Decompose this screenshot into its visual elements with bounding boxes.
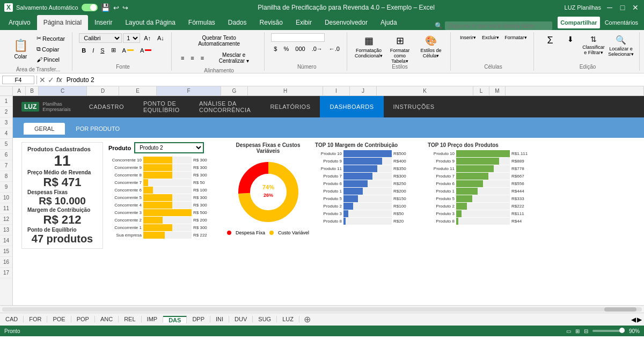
confirm-formula-icon[interactable]: ✓: [48, 76, 54, 84]
italic-btn[interactable]: I: [90, 46, 97, 55]
font-size-selector[interactable]: 11: [123, 33, 140, 43]
col-rest[interactable]: [506, 86, 644, 95]
share-button[interactable]: Compartilhar: [558, 17, 599, 28]
bold-btn[interactable]: B: [79, 46, 89, 55]
cancel-formula-icon[interactable]: ✕: [39, 76, 46, 84]
currency-btn[interactable]: $: [271, 44, 280, 54]
autosave-toggle[interactable]: [82, 4, 98, 11]
col-d[interactable]: D: [87, 86, 119, 95]
close-btn[interactable]: ✕: [631, 3, 640, 12]
scroll-left-icon[interactable]: ◀: [631, 316, 636, 323]
subtab-geral[interactable]: GERAL: [24, 123, 65, 135]
copy-btn[interactable]: ⧉ Copiar: [34, 44, 68, 54]
col-j[interactable]: J: [350, 86, 377, 95]
redo-icon[interactable]: ↪: [122, 4, 128, 12]
cell-styles-btn[interactable]: 🎨 Estilos deCélula▾: [416, 33, 446, 61]
wrap-text-btn[interactable]: Quebrar Texto Automaticamente: [178, 33, 260, 48]
col-k[interactable]: K: [377, 86, 473, 95]
tab-revisao[interactable]: Revisão: [253, 15, 289, 30]
sheet-tab-luz[interactable]: LUZ: [277, 316, 299, 322]
fill-btn[interactable]: ⬇: [561, 33, 580, 61]
page-break-icon[interactable]: ⊟: [584, 328, 588, 334]
sheet-tab-duv[interactable]: DUV: [229, 316, 253, 322]
underline-btn[interactable]: S: [98, 46, 107, 55]
search-input[interactable]: [445, 21, 552, 30]
insert-cells-btn[interactable]: Inserir▾: [457, 33, 479, 61]
sheet-tab-pop[interactable]: POP: [71, 316, 95, 322]
sheet-tab-rel[interactable]: REL: [119, 316, 141, 322]
nav-relatorios[interactable]: RELATÓRIOS: [260, 96, 320, 117]
sheet-tab-dpp[interactable]: DPP: [187, 316, 210, 322]
font-increase-btn[interactable]: A↑: [141, 33, 153, 43]
tab-arquivo[interactable]: Arquivo: [2, 15, 37, 30]
sheet-tab-for[interactable]: FOR: [24, 316, 47, 322]
number-format-input[interactable]: [271, 33, 325, 42]
formula-input[interactable]: Produto 2: [64, 76, 642, 84]
fill-color-btn[interactable]: A: [120, 46, 136, 55]
tab-exibir[interactable]: Exibir: [289, 15, 318, 30]
add-tab-btn[interactable]: ⊕: [299, 314, 315, 324]
paste-btn[interactable]: 📋 Colar: [9, 34, 33, 64]
sort-filter-btn[interactable]: ⇅ Classificare Filtrar▾: [581, 33, 606, 61]
col-a[interactable]: A: [13, 86, 26, 95]
tab-desenvolvedor[interactable]: Desenvolvedor: [318, 15, 374, 30]
font-selector[interactable]: Calibri: [79, 33, 122, 43]
col-e[interactable]: E: [119, 86, 157, 95]
merge-btn[interactable]: Mesclar e Centralizar ▾: [208, 50, 260, 65]
minimize-btn[interactable]: ─: [605, 3, 614, 12]
col-i[interactable]: I: [323, 86, 350, 95]
insert-function-icon[interactable]: fx: [56, 76, 62, 84]
sheet-tab-anc[interactable]: ANC: [95, 316, 119, 322]
tab-inserir[interactable]: Inserir: [88, 15, 119, 30]
col-l[interactable]: L: [473, 86, 489, 95]
col-g[interactable]: G: [221, 86, 248, 95]
maximize-btn[interactable]: □: [618, 3, 627, 12]
comment-button[interactable]: Comentários: [602, 17, 641, 28]
h-scroll[interactable]: [0, 305, 644, 313]
find-select-btn[interactable]: 🔍 Localizar eSelecionar▾: [607, 33, 635, 61]
align-center-btn[interactable]: ≡: [188, 53, 196, 63]
product-select[interactable]: Produto 2: [134, 142, 204, 153]
tab-layout[interactable]: Layout da Página: [119, 15, 181, 30]
tab-formulas[interactable]: Fórmulas: [182, 15, 222, 30]
sheet-tab-sug[interactable]: SUG: [253, 316, 277, 322]
border-btn[interactable]: ⊞: [108, 45, 119, 55]
sheet-tab-imp[interactable]: IMP: [142, 316, 164, 322]
dec-increase-btn[interactable]: .0→: [309, 44, 325, 54]
zoom-slider[interactable]: [592, 330, 625, 332]
format-painter-btn[interactable]: 🖌 Pincel: [34, 55, 68, 64]
dec-decrease-btn[interactable]: ←.0: [326, 44, 342, 54]
tab-dados[interactable]: Dados: [222, 15, 253, 30]
format-cells-btn[interactable]: Formatar▾: [502, 33, 529, 61]
tab-ajuda[interactable]: Ajuda: [374, 15, 404, 30]
col-h[interactable]: H: [248, 86, 323, 95]
normal-view-icon[interactable]: ▭: [566, 328, 571, 334]
subtab-por-produto[interactable]: POR PRODUTO: [65, 123, 130, 135]
sum-btn[interactable]: Σ: [540, 33, 560, 61]
font-color-btn[interactable]: A: [137, 46, 154, 55]
nav-dashboards[interactable]: DASHBOARDS: [320, 96, 383, 117]
align-right-btn[interactable]: ≡: [198, 53, 207, 63]
cell-reference[interactable]: F4: [2, 76, 34, 84]
layout-view-icon[interactable]: ⊞: [575, 328, 580, 334]
save-icon[interactable]: 💾: [101, 3, 110, 12]
align-left-btn[interactable]: ≡: [178, 53, 187, 63]
scroll-right-icon[interactable]: ▶: [637, 316, 642, 323]
sheet-tab-ini[interactable]: INI: [210, 316, 229, 322]
col-b[interactable]: B: [26, 86, 39, 95]
col-c[interactable]: C: [39, 86, 87, 95]
tab-pagina-inicial[interactable]: Página Inicial: [37, 15, 88, 30]
nav-cadastro[interactable]: CADASTRO: [79, 96, 134, 117]
delete-cells-btn[interactable]: Excluir▾: [480, 33, 501, 61]
col-m[interactable]: M: [489, 86, 506, 95]
col-f[interactable]: F: [157, 86, 221, 95]
sheet-tab-cad[interactable]: CAD: [0, 316, 24, 322]
sheet-tab-das[interactable]: DAS: [163, 316, 187, 323]
scroll-thumb[interactable]: [604, 307, 636, 312]
font-decrease-btn[interactable]: A↓: [155, 33, 167, 43]
thousands-btn[interactable]: 000: [292, 44, 308, 54]
nav-instrucoes[interactable]: INSTRUÇÕES: [384, 96, 444, 117]
conditional-format-btn[interactable]: ▦ FormataçãoCondicional▾: [354, 33, 384, 61]
cut-btn[interactable]: ✂ Recortar: [34, 33, 68, 43]
sheet-tab-poe[interactable]: POE: [47, 316, 71, 322]
